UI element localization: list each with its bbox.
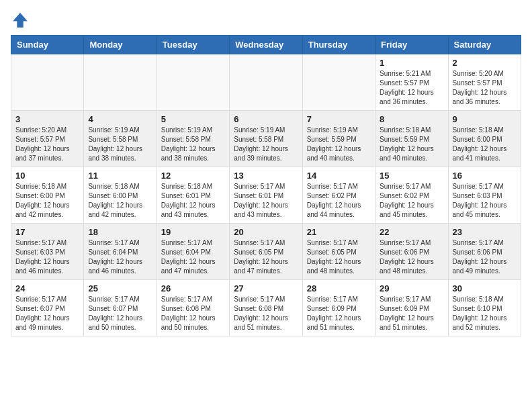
weekday-header-friday: Friday — [375, 36, 448, 54]
day-info: Sunrise: 5:19 AM Sunset: 5:58 PM Dayligh… — [161, 126, 225, 163]
day-info: Sunrise: 5:17 AM Sunset: 6:03 PM Dayligh… — [15, 238, 79, 276]
calendar-cell: 5Sunrise: 5:19 AM Sunset: 5:58 PM Daylig… — [157, 111, 229, 167]
day-number: 21 — [307, 227, 371, 237]
weekday-header-sunday: Sunday — [11, 36, 84, 54]
day-number: 28 — [307, 283, 371, 293]
day-info: Sunrise: 5:17 AM Sunset: 6:02 PM Dayligh… — [307, 182, 371, 220]
day-info: Sunrise: 5:17 AM Sunset: 6:04 PM Dayligh… — [161, 238, 225, 276]
day-info: Sunrise: 5:18 AM Sunset: 6:10 PM Dayligh… — [453, 295, 517, 332]
calendar-cell: 26Sunrise: 5:17 AM Sunset: 6:08 PM Dayli… — [157, 280, 229, 336]
calendar-cell: 24Sunrise: 5:17 AM Sunset: 6:07 PM Dayli… — [11, 280, 84, 336]
calendar-cell: 19Sunrise: 5:17 AM Sunset: 6:04 PM Dayli… — [157, 224, 229, 280]
calendar-cell: 9Sunrise: 5:18 AM Sunset: 6:00 PM Daylig… — [448, 111, 521, 167]
weekday-header-row: SundayMondayTuesdayWednesdayThursdayFrid… — [11, 36, 521, 54]
calendar-cell: 8Sunrise: 5:18 AM Sunset: 5:59 PM Daylig… — [375, 111, 448, 167]
calendar-cell — [11, 54, 84, 111]
day-info: Sunrise: 5:17 AM Sunset: 6:07 PM Dayligh… — [88, 295, 152, 332]
calendar-cell: 4Sunrise: 5:19 AM Sunset: 5:58 PM Daylig… — [84, 111, 157, 167]
day-number: 29 — [380, 283, 443, 293]
calendar-cell: 20Sunrise: 5:17 AM Sunset: 6:05 PM Dayli… — [230, 224, 302, 280]
weekday-header-monday: Monday — [84, 36, 157, 54]
day-info: Sunrise: 5:17 AM Sunset: 6:05 PM Dayligh… — [234, 238, 298, 276]
day-info: Sunrise: 5:17 AM Sunset: 6:01 PM Dayligh… — [234, 182, 298, 220]
day-number: 14 — [307, 171, 371, 181]
calendar-week-row: 1Sunrise: 5:21 AM Sunset: 5:57 PM Daylig… — [11, 54, 521, 111]
day-number: 24 — [15, 283, 79, 293]
day-number: 30 — [453, 283, 517, 293]
calendar-table: SundayMondayTuesdayWednesdayThursdayFrid… — [11, 35, 521, 336]
day-number: 2 — [453, 58, 517, 68]
calendar-cell: 21Sunrise: 5:17 AM Sunset: 6:05 PM Dayli… — [302, 224, 375, 280]
day-number: 25 — [88, 283, 152, 293]
calendar-cell: 22Sunrise: 5:17 AM Sunset: 6:06 PM Dayli… — [375, 224, 448, 280]
day-info: Sunrise: 5:17 AM Sunset: 6:06 PM Dayligh… — [380, 238, 443, 276]
weekday-header-wednesday: Wednesday — [230, 36, 302, 54]
day-number: 3 — [15, 114, 79, 124]
day-info: Sunrise: 5:17 AM Sunset: 6:05 PM Dayligh… — [307, 238, 371, 276]
day-info: Sunrise: 5:17 AM Sunset: 6:07 PM Dayligh… — [15, 295, 79, 332]
calendar-cell: 7Sunrise: 5:19 AM Sunset: 5:59 PM Daylig… — [302, 111, 375, 167]
logo-icon — [11, 11, 30, 30]
calendar-cell: 16Sunrise: 5:17 AM Sunset: 6:03 PM Dayli… — [448, 167, 521, 224]
day-info: Sunrise: 5:18 AM Sunset: 5:59 PM Dayligh… — [380, 126, 443, 163]
day-number: 23 — [453, 227, 517, 237]
calendar-cell: 1Sunrise: 5:21 AM Sunset: 5:57 PM Daylig… — [375, 54, 448, 111]
calendar-body: 1Sunrise: 5:21 AM Sunset: 5:57 PM Daylig… — [11, 54, 521, 336]
calendar-cell: 25Sunrise: 5:17 AM Sunset: 6:07 PM Dayli… — [84, 280, 157, 336]
day-number: 19 — [161, 227, 225, 237]
calendar-cell: 13Sunrise: 5:17 AM Sunset: 6:01 PM Dayli… — [230, 167, 302, 224]
weekday-header-saturday: Saturday — [448, 36, 521, 54]
calendar-cell: 15Sunrise: 5:17 AM Sunset: 6:02 PM Dayli… — [375, 167, 448, 224]
day-number: 13 — [234, 171, 298, 181]
day-number: 6 — [234, 114, 298, 124]
day-info: Sunrise: 5:17 AM Sunset: 6:09 PM Dayligh… — [380, 295, 443, 332]
calendar-cell: 23Sunrise: 5:17 AM Sunset: 6:06 PM Dayli… — [448, 224, 521, 280]
weekday-header-thursday: Thursday — [302, 36, 375, 54]
day-info: Sunrise: 5:18 AM Sunset: 6:00 PM Dayligh… — [88, 182, 152, 220]
calendar-cell — [84, 54, 157, 111]
day-number: 7 — [307, 114, 371, 124]
day-number: 11 — [88, 171, 152, 181]
day-number: 26 — [161, 283, 225, 293]
calendar-cell — [302, 54, 375, 111]
day-info: Sunrise: 5:17 AM Sunset: 6:06 PM Dayligh… — [453, 238, 517, 276]
logo — [11, 11, 32, 30]
day-info: Sunrise: 5:20 AM Sunset: 5:57 PM Dayligh… — [453, 69, 517, 107]
calendar-cell — [157, 54, 229, 111]
day-info: Sunrise: 5:18 AM Sunset: 6:01 PM Dayligh… — [161, 182, 225, 220]
day-number: 5 — [161, 114, 225, 124]
day-info: Sunrise: 5:19 AM Sunset: 5:58 PM Dayligh… — [88, 126, 152, 163]
calendar-cell: 2Sunrise: 5:20 AM Sunset: 5:57 PM Daylig… — [448, 54, 521, 111]
calendar-cell — [230, 54, 302, 111]
day-info: Sunrise: 5:17 AM Sunset: 6:08 PM Dayligh… — [161, 295, 225, 332]
day-info: Sunrise: 5:19 AM Sunset: 5:58 PM Dayligh… — [234, 126, 298, 163]
page-header — [11, 11, 521, 30]
day-number: 18 — [88, 227, 152, 237]
day-info: Sunrise: 5:21 AM Sunset: 5:57 PM Dayligh… — [380, 69, 443, 107]
day-number: 16 — [453, 171, 517, 181]
calendar-week-row: 3Sunrise: 5:20 AM Sunset: 5:57 PM Daylig… — [11, 111, 521, 167]
day-number: 10 — [15, 171, 79, 181]
weekday-header-tuesday: Tuesday — [157, 36, 229, 54]
calendar-cell: 30Sunrise: 5:18 AM Sunset: 6:10 PM Dayli… — [448, 280, 521, 336]
calendar-cell: 29Sunrise: 5:17 AM Sunset: 6:09 PM Dayli… — [375, 280, 448, 336]
calendar-week-row: 10Sunrise: 5:18 AM Sunset: 6:00 PM Dayli… — [11, 167, 521, 224]
day-info: Sunrise: 5:17 AM Sunset: 6:09 PM Dayligh… — [307, 295, 371, 332]
calendar-cell: 18Sunrise: 5:17 AM Sunset: 6:04 PM Dayli… — [84, 224, 157, 280]
day-info: Sunrise: 5:18 AM Sunset: 6:00 PM Dayligh… — [15, 182, 79, 220]
day-info: Sunrise: 5:17 AM Sunset: 6:02 PM Dayligh… — [380, 182, 443, 220]
calendar-cell: 3Sunrise: 5:20 AM Sunset: 5:57 PM Daylig… — [11, 111, 84, 167]
day-number: 9 — [453, 114, 517, 124]
calendar-cell: 11Sunrise: 5:18 AM Sunset: 6:00 PM Dayli… — [84, 167, 157, 224]
day-info: Sunrise: 5:19 AM Sunset: 5:59 PM Dayligh… — [307, 126, 371, 163]
day-number: 27 — [234, 283, 298, 293]
day-info: Sunrise: 5:20 AM Sunset: 5:57 PM Dayligh… — [15, 126, 79, 163]
day-number: 22 — [380, 227, 443, 237]
calendar-cell: 28Sunrise: 5:17 AM Sunset: 6:09 PM Dayli… — [302, 280, 375, 336]
calendar-header: SundayMondayTuesdayWednesdayThursdayFrid… — [11, 36, 521, 54]
day-info: Sunrise: 5:17 AM Sunset: 6:08 PM Dayligh… — [234, 295, 298, 332]
day-number: 20 — [234, 227, 298, 237]
calendar-cell: 14Sunrise: 5:17 AM Sunset: 6:02 PM Dayli… — [302, 167, 375, 224]
day-number: 12 — [161, 171, 225, 181]
day-info: Sunrise: 5:17 AM Sunset: 6:04 PM Dayligh… — [88, 238, 152, 276]
